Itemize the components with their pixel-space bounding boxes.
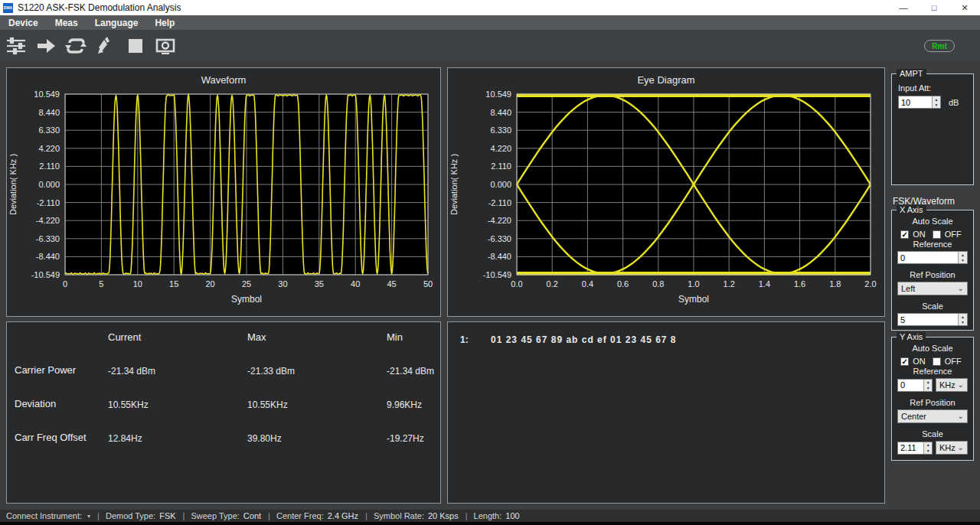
y-reference-field[interactable] [898,380,923,391]
svg-text:8.440: 8.440 [490,108,511,117]
y-reference-spinbox: ▲ ▼ [897,379,933,392]
x-scale-spin-down-icon[interactable]: ▼ [959,320,967,326]
y-scale-spin-down-icon[interactable]: ▼ [924,448,932,454]
svg-text:-2.110: -2.110 [488,198,511,207]
run-arrow-button[interactable] [31,33,60,59]
x-off-label: OFF [945,230,962,239]
menu-device[interactable]: Device [0,15,47,30]
x-on-label: ON [913,230,926,239]
column-header-min: Min [376,322,440,343]
x-auto-scale-off-checkbox[interactable]: ✓ [933,230,941,239]
y-auto-scale-label: Auto Scale [892,344,973,353]
hex-bytes: 01 23 45 67 89 ab cd ef 01 23 45 67 8 [491,334,677,345]
x-auto-scale-on-checkbox[interactable]: ✓ [900,230,909,239]
svg-text:1.6: 1.6 [794,279,805,289]
svg-text:10.549: 10.549 [485,90,511,99]
svg-text:0.4: 0.4 [582,279,593,289]
status-center-freq: Center Freq:2.4 GHz [276,511,358,520]
x-axis-groupbox: X Axis Auto Scale ✓ ON ✓ OFF Reference ▲… [891,210,974,331]
svg-text:-4.220: -4.220 [488,216,511,225]
svg-text:0.000: 0.000 [38,180,60,189]
maximize-icon[interactable]: □ [919,0,949,15]
x-scale-field[interactable] [898,314,958,325]
window-title: S1220 ASK-FSK Demodulation Analysis [18,2,181,13]
waveform-chart: 10.5498.4406.3304.2202.1100.000-2.110-4.… [7,68,440,316]
x-reference-field[interactable] [898,252,958,263]
svg-text:15: 15 [169,279,178,289]
svg-text:-10.549: -10.549 [31,270,60,279]
demod-bits-panel: 1: 01 23 45 67 89 ab cd ef 01 23 45 67 8 [447,321,885,504]
svg-text:-10.549: -10.549 [483,270,511,279]
column-header-max: Max [237,322,376,343]
status-demod-type: Demod Type:FSK [106,511,176,520]
y-reference-spin-up-icon[interactable]: ▲ [924,380,932,386]
svg-text:0.2: 0.2 [547,279,558,289]
carrier-power-min: -21.34 dBm [376,343,440,377]
connect-instrument-dropdown[interactable]: Connect Instrument: ▾ [6,511,90,520]
minimize-icon[interactable]: — [888,0,919,15]
settings-sliders-button[interactable] [2,33,30,59]
svg-text:Deviation( KHz ): Deviation( KHz ) [449,154,459,215]
svg-text:6.330: 6.330 [490,126,511,135]
continuous-loop-button[interactable] [61,33,90,59]
close-icon[interactable]: ✕ [949,0,980,15]
svg-text:6.330: 6.330 [38,126,60,135]
y-reference-label: Reference [892,367,973,376]
svg-text:1.8: 1.8 [829,279,841,289]
y-reference-unit-dropdown[interactable]: KHz ⌄ [936,378,968,392]
y-scale-spin-up-icon[interactable]: ▲ [924,442,932,448]
y-reference-unit-value: KHz [939,380,956,390]
y-auto-scale-off-checkbox[interactable]: ✓ [933,357,941,366]
menu-bar: Device Meas Language Help [0,15,980,30]
clear-brush-button[interactable] [91,33,119,59]
y-on-label: ON [913,357,926,366]
y-ref-position-dropdown[interactable]: Center ⌄ [897,409,968,423]
rmt-badge[interactable]: Rmt [924,40,955,52]
x-ref-position-dropdown[interactable]: Left ⌄ [897,282,968,295]
carrier-power-max: -21.33 dBm [237,343,376,377]
x-reference-spin-up-icon[interactable]: ▲ [959,252,967,258]
svg-text:1.0: 1.0 [688,279,699,289]
chevron-down-icon: ▾ [87,513,90,520]
svg-text:1.4: 1.4 [759,279,770,289]
input-att-label: Input Att: [898,83,973,93]
x-reference-spinbox: ▲ ▼ [897,251,968,264]
clear-brush-icon [96,37,115,55]
svg-text:-4.220: -4.220 [36,216,60,225]
svg-text:-8.440: -8.440 [36,252,60,261]
screenshot-camera-button[interactable] [151,33,179,59]
stop-square-icon [128,38,143,54]
svg-text:10.549: 10.549 [34,90,60,99]
chevron-down-icon: ⌄ [958,445,964,451]
x-reference-spin-down-icon[interactable]: ▼ [959,258,967,264]
menu-help[interactable]: Help [146,15,183,30]
y-scale-unit-value: KHz [939,443,956,452]
y-scale-unit-dropdown[interactable]: KHz ⌄ [936,441,968,455]
input-att-spin-up-icon[interactable]: ▲ [933,96,940,103]
carr-freq-offset-max: 39.80Hz [237,410,376,444]
svg-text:0.000: 0.000 [490,180,511,189]
screenshot-camera-icon [155,37,175,55]
y-scale-field[interactable] [898,442,923,454]
y-auto-scale-on-checkbox[interactable]: ✓ [900,357,909,366]
input-att-spin-down-icon[interactable]: ▼ [933,103,940,109]
chevron-down-icon: ⌄ [958,285,964,292]
svg-text:2.110: 2.110 [39,161,60,171]
carrier-power-current: -21.34 dBm [97,343,237,377]
svg-text:0: 0 [63,279,67,289]
continuous-loop-icon [65,38,87,54]
x-scale-spin-up-icon[interactable]: ▲ [959,314,967,320]
eye-diagram-chart: 10.5498.4406.3304.2202.1100.000-2.110-4.… [448,68,884,316]
chevron-down-icon: ⌄ [958,382,964,388]
svg-text:5: 5 [99,279,103,289]
menu-meas[interactable]: Meas [47,15,87,30]
svg-text:0.6: 0.6 [617,279,629,289]
menu-language[interactable]: Language [87,15,147,30]
y-reference-spin-down-icon[interactable]: ▼ [924,385,932,391]
y-scale-spinbox: ▲ ▼ [897,442,933,455]
chevron-down-icon: ⌄ [958,413,964,419]
input-att-field[interactable] [899,96,932,108]
x-auto-scale-label: Auto Scale [892,217,973,226]
stop-square-button[interactable] [121,33,149,59]
svg-text:40: 40 [351,279,360,289]
